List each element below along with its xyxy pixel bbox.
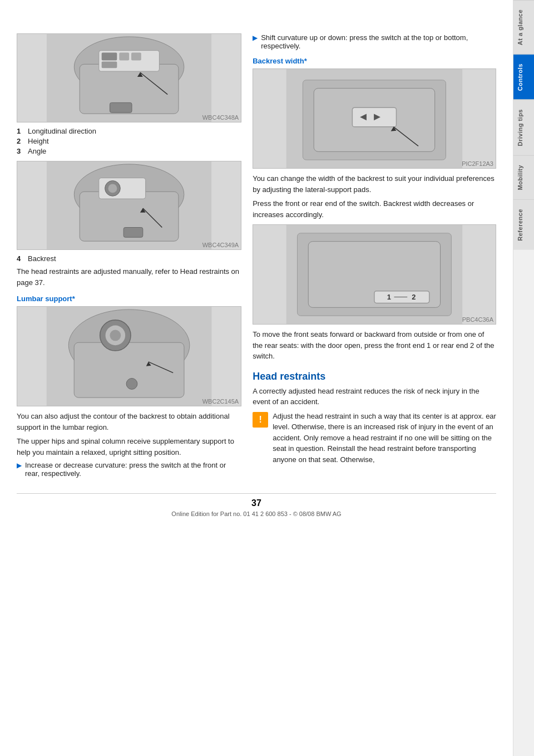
head-restraints-heading: Head restraints — [253, 371, 496, 382]
backrest-image-caption: PIC2F12A3 — [462, 160, 493, 167]
svg-point-26 — [126, 379, 137, 390]
seat-controls-image-2: WBC4C349A — [17, 161, 241, 250]
item-2: 2 Height — [17, 137, 241, 145]
seat-text: To move the front seats forward or backw… — [253, 329, 496, 362]
svg-rect-10 — [110, 102, 132, 112]
sidebar-tab-at-a-glance[interactable]: At a glance — [513, 0, 535, 54]
backrest-text-1: You can change the width of the backrest… — [253, 173, 496, 195]
svg-rect-5 — [119, 53, 129, 61]
warning-icon: ! — [253, 412, 268, 428]
footer-text: Online Edition for Part no. 01 41 2 600 … — [171, 510, 341, 517]
svg-rect-7 — [102, 61, 117, 68]
svg-text:1: 1 — [387, 293, 391, 301]
arrow-icon-2: ▶ — [253, 34, 258, 42]
lumbar-text-1: You can also adjust the contour of the b… — [17, 411, 241, 433]
svg-rect-6 — [131, 53, 141, 61]
page-footer: 37 Online Edition for Part no. 01 41 2 6… — [17, 493, 496, 517]
item-3: 3 Angle — [17, 147, 241, 155]
svg-point-16 — [108, 184, 117, 193]
lumbar-heading: Lumbar support* — [17, 294, 241, 303]
item-1: 1 Longitudinal direction — [17, 127, 241, 135]
head-restraint-note: The head restraints are adjusted manuall… — [17, 266, 241, 288]
arrow-item-2: ▶ Shift curvature up or down: press the … — [253, 33, 496, 50]
svg-text:◄ ►: ◄ ► — [358, 110, 383, 122]
main-content: WBC4C348A 1 Longitudinal direction 2 Hei… — [0, 0, 513, 756]
svg-point-25 — [110, 330, 121, 341]
sidebar-tab-mobility[interactable]: Mobility — [513, 155, 535, 199]
svg-rect-4 — [102, 53, 117, 61]
backrest-width-heading: Backrest width* — [253, 57, 496, 65]
image3-caption: WBC2C145A — [202, 398, 239, 405]
seat-controls-image-1: WBC4C348A — [17, 33, 241, 122]
head-restraints-text: A correctly adjusted head restraint redu… — [253, 386, 496, 408]
page-number: 37 — [17, 498, 496, 508]
arrow-icon-1: ▶ — [17, 462, 22, 469]
backrest-width-image: ◄ ► PIC2F12A3 — [253, 68, 496, 169]
lumbar-text-2: The upper hips and spinal column receive… — [17, 436, 241, 458]
backrest-text-2: Press the front or rear end of the switc… — [253, 198, 496, 220]
sidebar-tab-driving-tips[interactable]: Driving tips — [513, 100, 535, 155]
sidebar: At a glanceControlsDriving tipsMobilityR… — [513, 0, 534, 756]
right-column: ▶ Shift curvature up or down: press the … — [253, 33, 496, 480]
warning-box: ! Adjust the head restraint in such a wa… — [253, 411, 496, 465]
seat-image-caption: PBC4C36A — [462, 316, 493, 323]
lumbar-support-image: WBC2C145A — [17, 306, 241, 406]
warning-text: Adjust the head restraint in such a way … — [273, 411, 496, 465]
sidebar-tab-reference[interactable]: Reference — [513, 199, 535, 250]
sidebar-tab-controls[interactable]: Controls — [513, 54, 535, 100]
image2-caption: WBC4C349A — [202, 242, 239, 248]
arrow-item-1: ▶ Increase or decrease curvature: press … — [17, 461, 241, 478]
item-4: 4 Backrest — [17, 254, 241, 263]
svg-rect-19 — [123, 228, 143, 238]
seat-forward-image: 1 2 PBC4C36A — [253, 224, 496, 325]
svg-text:2: 2 — [412, 293, 416, 301]
image1-caption: WBC4C348A — [202, 114, 239, 121]
left-column: WBC4C348A 1 Longitudinal direction 2 Hei… — [17, 33, 241, 480]
